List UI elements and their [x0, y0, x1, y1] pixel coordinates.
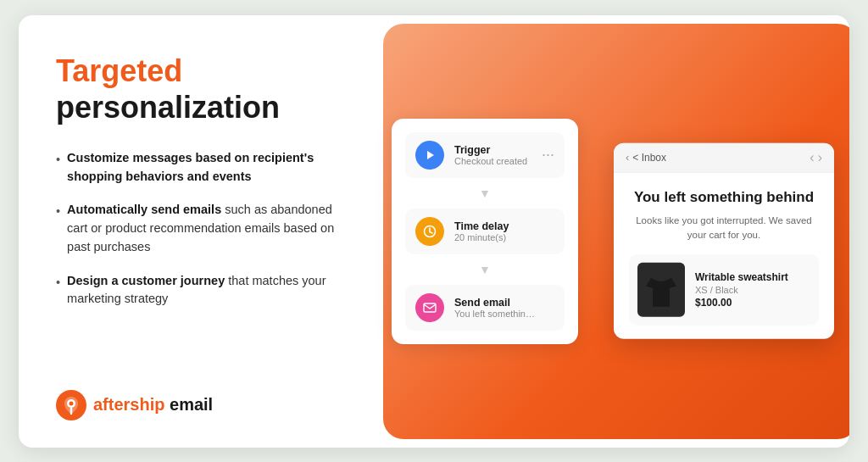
product-variant: XS / Black — [695, 285, 788, 295]
heading-targeted: Targeted — [56, 53, 182, 88]
workflow-item-delay: Time delay 20 minute(s) — [405, 209, 565, 254]
bullet-item-2: • Automatically send emails such as aban… — [56, 201, 337, 256]
main-card: Targeted personalization • Customize mes… — [19, 15, 849, 448]
email-subtitle: Looks like you got interrupted. We saved… — [629, 213, 819, 242]
delay-icon — [415, 217, 444, 246]
workflow-item-email: Send email You left somethin… — [405, 285, 565, 331]
content-area: Targeted personalization • Customize mes… — [56, 53, 337, 373]
svg-line-6 — [430, 231, 432, 233]
bullet-text-3: Design a customer journey that matches y… — [67, 272, 337, 309]
email-preview-body: You left something behind Looks like you… — [614, 172, 834, 339]
email-preview-card: ‹ < Inbox ‹ › You left something behind … — [614, 142, 834, 339]
heading: Targeted personalization — [56, 53, 337, 125]
email-preview-header: ‹ < Inbox ‹ › — [614, 142, 834, 172]
trigger-sub: Checkout created — [454, 156, 527, 166]
bullet-list: • Customize messages based on recipient'… — [56, 149, 337, 309]
send-email-sub: You left somethin… — [454, 309, 535, 319]
send-email-label: Send email — [454, 297, 535, 309]
workflow-item-trigger: Trigger Checkout created ··· — [405, 132, 565, 178]
prev-email-icon[interactable]: ‹ — [810, 149, 814, 164]
product-info: Writable sweatshirt XS / Black $100.00 — [695, 271, 788, 309]
svg-marker-3 — [427, 151, 434, 159]
heading-personalization: personalization — [56, 90, 280, 125]
bullet-text-2: Automatically send emails such as abando… — [67, 201, 337, 256]
svg-point-2 — [70, 401, 74, 405]
bullet-bold-3: Design a customer journey — [67, 274, 225, 287]
trigger-label: Trigger — [454, 144, 527, 156]
delay-label: Time delay — [454, 220, 509, 232]
logo-brand: aftership — [93, 395, 164, 414]
email-product: Writable sweatshirt XS / Black $100.00 — [629, 254, 819, 326]
arrow-1: ▼ — [405, 186, 565, 200]
trigger-icon — [415, 141, 444, 170]
bullet-bold-2: Automatically send emails — [67, 203, 221, 216]
workflow-card: Trigger Checkout created ··· ▼ Time dela… — [392, 119, 578, 344]
inbox-label: < Inbox — [632, 151, 666, 163]
arrow-2: ▼ — [405, 263, 565, 276]
delay-sub: 20 minute(s) — [454, 232, 509, 242]
bullet-bold-1: Customize messages based on recipient's … — [67, 151, 314, 183]
email-inbox-title: ‹ < Inbox — [626, 151, 666, 164]
bullet-text-1: Customize messages based on recipient's … — [67, 149, 337, 186]
bullet-item-1: • Customize messages based on recipient'… — [56, 149, 337, 186]
bullet-dot-2: • — [56, 203, 60, 221]
bullet-dot-1: • — [56, 151, 60, 170]
left-panel: Targeted personalization • Customize mes… — [19, 15, 375, 448]
aftership-logo-icon — [56, 390, 86, 420]
product-image — [637, 263, 685, 317]
trigger-text: Trigger Checkout created — [454, 144, 527, 166]
sweatshirt-icon — [644, 270, 678, 310]
right-panel: Trigger Checkout created ··· ▼ Time dela… — [375, 15, 849, 448]
trigger-more-icon[interactable]: ··· — [542, 146, 554, 164]
logo-text: aftership email — [93, 395, 213, 415]
delay-text: Time delay 20 minute(s) — [454, 220, 509, 242]
next-email-icon[interactable]: › — [818, 149, 822, 164]
send-email-text: Send email You left somethin… — [454, 297, 535, 319]
chevron-left-icon: ‹ — [626, 151, 629, 164]
svg-rect-7 — [424, 303, 436, 312]
email-preview-nav: ‹ › — [810, 149, 822, 164]
logo-area: aftership email — [56, 390, 337, 420]
product-name: Writable sweatshirt — [695, 271, 788, 283]
email-main-title: You left something behind — [629, 187, 819, 206]
bullet-item-3: • Design a customer journey that matches… — [56, 272, 337, 309]
product-price: $100.00 — [695, 297, 788, 309]
send-email-icon — [415, 293, 444, 322]
bullet-dot-3: • — [56, 274, 60, 292]
